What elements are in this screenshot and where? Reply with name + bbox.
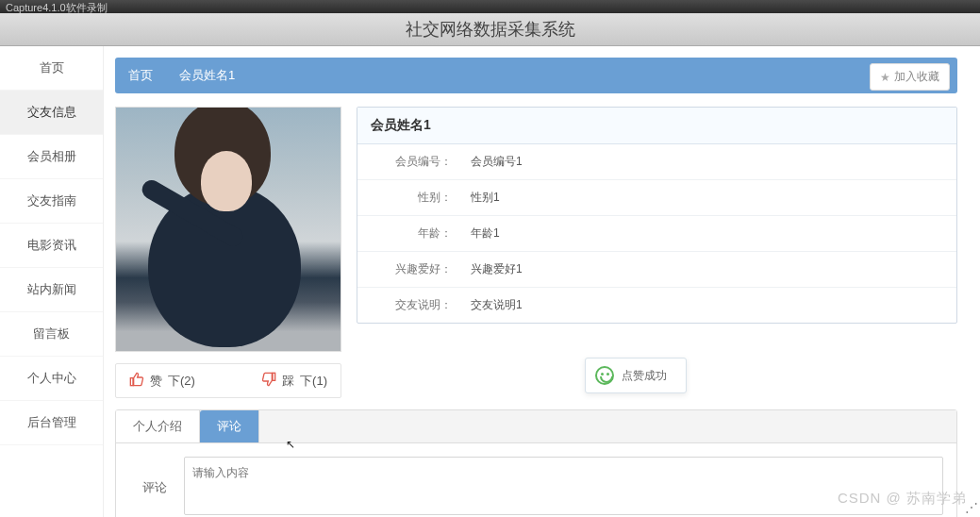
info-value: 年龄1	[461, 225, 956, 242]
info-value: 性别1	[461, 190, 956, 206]
dislike-button[interactable]: 踩 下(1)	[261, 372, 327, 390]
info-label: 性别	[357, 190, 461, 206]
sidebar-item-site-news[interactable]: 站内新闻	[0, 268, 103, 312]
breadcrumb: 首页 会员姓名1 ★ 加入收藏	[115, 58, 957, 93]
sidebar: 首页 交友信息 会员相册 交友指南 电影资讯 站内新闻 留言板 个人中心 后台管…	[0, 46, 104, 517]
sidebar-item-label: 交友信息	[27, 105, 76, 119]
sidebar-item-label: 个人中心	[27, 371, 76, 385]
vote-bar: 赞 下(2) 踩 下(1)	[115, 363, 341, 398]
main-content: 首页 会员姓名1 ★ 加入收藏 赞 下(2)	[104, 46, 980, 517]
info-value: 交友说明1	[461, 297, 956, 313]
sidebar-item-label: 交友指南	[27, 193, 76, 208]
dislike-count: 下(1)	[300, 373, 327, 390]
favorite-button[interactable]: ★ 加入收藏	[870, 63, 950, 91]
svg-rect-0	[130, 378, 133, 386]
info-label: 兴趣爱好	[357, 261, 461, 277]
info-row: 兴趣爱好兴趣爱好1	[357, 252, 956, 288]
info-label: 会员编号	[357, 154, 461, 170]
tab-comments[interactable]: 评论	[200, 410, 259, 442]
tab-body: ↖ 评论 立即提交 重置	[116, 443, 956, 517]
sidebar-item-label: 后台管理	[27, 415, 76, 429]
sidebar-item-label: 首页	[40, 60, 64, 75]
star-icon: ★	[880, 71, 890, 84]
sidebar-item-movie-news[interactable]: 电影资讯	[0, 224, 103, 268]
tab-label: 评论	[217, 419, 241, 433]
app-title: 社交网络数据采集系统	[406, 20, 575, 39]
like-button[interactable]: 赞 下(2)	[129, 372, 195, 390]
member-photo	[115, 107, 341, 352]
tab-intro[interactable]: 个人介绍	[116, 410, 200, 442]
sidebar-item-label: 会员相册	[27, 149, 76, 163]
sidebar-item-label: 留言板	[33, 326, 70, 341]
comment-textarea[interactable]	[184, 457, 943, 515]
svg-rect-1	[273, 373, 275, 380]
sidebar-item-friend-guide[interactable]: 交友指南	[0, 179, 103, 224]
toast-message: 点赞成功	[622, 368, 667, 384]
sidebar-item-friend-info[interactable]: 交友信息	[0, 91, 103, 135]
success-toast: 点赞成功	[585, 358, 687, 393]
like-label: 赞	[150, 373, 162, 390]
window-titlebar: Capture4.1.0软件录制	[0, 0, 980, 13]
dislike-label: 踩	[282, 373, 294, 390]
info-value: 兴趣爱好1	[461, 261, 956, 277]
breadcrumb-home[interactable]: 首页	[128, 67, 153, 84]
info-label: 年龄	[357, 225, 461, 242]
tab-panel: 个人介绍 评论 ↖ 评论 立即提交 重置	[115, 409, 957, 517]
sidebar-item-admin[interactable]: 后台管理	[0, 401, 103, 445]
window-title: Capture4.1.0软件录制	[6, 2, 108, 13]
member-name-title: 会员姓名1	[357, 108, 956, 144]
info-row: 年龄年龄1	[357, 216, 956, 252]
thumb-up-icon	[129, 372, 144, 390]
comment-label: 评论	[129, 457, 167, 496]
breadcrumb-current[interactable]: 会员姓名1	[179, 67, 235, 84]
info-value: 会员编号1	[461, 154, 956, 170]
like-count: 下(2)	[168, 373, 195, 390]
app-header: 社交网络数据采集系统	[0, 13, 980, 46]
info-row: 会员编号会员编号1	[357, 144, 956, 180]
sidebar-item-member-album[interactable]: 会员相册	[0, 135, 103, 179]
sidebar-item-label: 电影资讯	[27, 238, 76, 252]
info-row: 性别性别1	[357, 180, 956, 216]
member-info-panel: 会员姓名1 会员编号会员编号1 性别性别1 年龄年龄1 兴趣爱好兴趣爱好1 交友…	[357, 107, 957, 324]
sidebar-item-home[interactable]: 首页	[0, 46, 103, 91]
sidebar-item-label: 站内新闻	[27, 282, 76, 296]
sidebar-item-guestbook[interactable]: 留言板	[0, 312, 103, 357]
tab-header: 个人介绍 评论	[116, 410, 956, 443]
smile-icon	[595, 366, 614, 385]
tab-label: 个人介绍	[133, 419, 182, 433]
sidebar-item-profile[interactable]: 个人中心	[0, 357, 103, 401]
thumb-down-icon	[261, 372, 276, 390]
info-label: 交友说明	[357, 297, 461, 313]
favorite-label: 加入收藏	[894, 69, 939, 85]
info-row: 交友说明交友说明1	[357, 288, 956, 323]
